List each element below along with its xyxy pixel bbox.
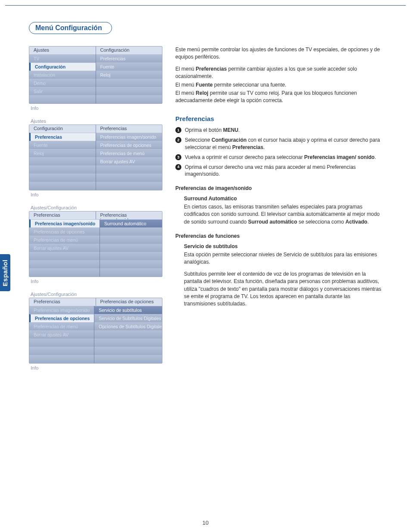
- menu3-breadcrumb: Ajustes/Configuración: [29, 205, 162, 210]
- menu1-head-right: Configuración: [96, 47, 162, 54]
- menu-item: [96, 79, 162, 87]
- menu-item: [29, 182, 96, 190]
- menu-item: Fuente: [29, 141, 96, 149]
- menu-item: Preferencias de menú: [29, 236, 100, 244]
- reloj-menu-desc: El menú Reloj permite usar su TV como re…: [175, 90, 382, 105]
- menu-item: [29, 252, 100, 260]
- step-2: 2 Seleccione Configuración con el cursor…: [175, 137, 382, 151]
- menu-item: Preferencias de opciones: [96, 141, 162, 149]
- menu1-head-left: Ajustes: [29, 47, 96, 54]
- right-column-text: Este menú permite controlar los ajustes …: [175, 46, 382, 378]
- menu4-head-left: Preferencias: [29, 298, 96, 306]
- menu-item: [29, 339, 94, 347]
- menu2-caption: Info: [31, 192, 162, 197]
- menu3-head-left: Preferencias: [29, 212, 96, 219]
- menu-screenshot-4: Preferencias Preferencias de opciones Pr…: [29, 298, 162, 364]
- subtitulos-heading: Servicio de subtítulos: [184, 243, 382, 250]
- menu-item: [100, 236, 162, 244]
- menu-item: Borrar ajustes AV: [29, 330, 94, 339]
- menu-item: TV: [29, 54, 96, 62]
- menu-item: [96, 174, 162, 182]
- menu-item: Preferencias de menú: [96, 149, 162, 157]
- menu-screenshot-3: Preferencias Preferencias imagen/sonido …: [29, 211, 162, 277]
- step-number-icon: 3: [175, 154, 181, 160]
- menu-item: Preferencias imagen/sonido: [29, 306, 94, 314]
- section-title-pill: Menú Configuración: [29, 22, 112, 34]
- subtitulos-paragraph-1: Esta opción permite seleccionar niveles …: [184, 251, 382, 266]
- menu-item: [94, 330, 162, 339]
- step-3: 3 Vuelva a oprimir el cursor derecho par…: [175, 154, 382, 161]
- menu-item: [94, 355, 162, 363]
- section-title: Menú Configuración: [35, 24, 102, 32]
- menu-screenshot-1: Ajustes Configuración TV Configuración I…: [29, 46, 162, 104]
- menu-item: Reloj: [29, 149, 96, 157]
- page-number: 10: [0, 520, 411, 526]
- menu-item-selected: Preferencias de opciones: [29, 314, 94, 322]
- menu2-head-right: Preferencias: [96, 125, 162, 133]
- menu-item-selected: Preferencias: [29, 133, 96, 141]
- menu1-caption: Info: [31, 106, 162, 111]
- step-1: 1 Oprima el botón MENU.: [175, 127, 382, 134]
- menu-item: [94, 339, 162, 347]
- menu-screenshot-2: Configuración Preferencias Preferencias …: [29, 124, 162, 190]
- menu4-head-right: Preferencias de opciones: [96, 298, 162, 306]
- menu-item: [96, 165, 162, 174]
- menu-item: Preferencias: [96, 54, 162, 62]
- menu-item: [96, 95, 162, 103]
- menu-item: Instalación: [29, 71, 96, 79]
- step-number-icon: 1: [175, 127, 181, 133]
- fuente-menu-desc: El menú Fuente permite seleccionar una f…: [175, 81, 382, 89]
- language-side-tab: Español: [0, 254, 10, 291]
- menu-item: Servicio de Subtítulos Digitales: [94, 314, 162, 322]
- menu-item: [94, 347, 162, 355]
- menu-item: [96, 87, 162, 95]
- menu-item: Fuente: [96, 62, 162, 71]
- step-number-icon: 2: [175, 137, 181, 143]
- menu-item: [29, 157, 96, 165]
- left-column-screenshots: Ajustes Configuración TV Configuración I…: [29, 46, 162, 378]
- preferencias-heading: Preferencias: [175, 114, 382, 124]
- surround-heading: Surround Automático: [184, 195, 382, 202]
- menu-item-highlighted: Servicio de subtítulos: [94, 306, 162, 314]
- menu2-head-left: Configuración: [29, 125, 96, 133]
- menu-item: [29, 165, 96, 174]
- menu3-caption: Info: [31, 279, 162, 284]
- menu-item: Salir: [29, 87, 96, 95]
- step-number-icon: 4: [175, 164, 181, 170]
- menu-item: Opciones de Subtítulos Digitales: [94, 322, 162, 330]
- menu-item: [100, 244, 162, 252]
- menu-item: Preferencias de menú: [29, 322, 94, 330]
- menu2-breadcrumb: Ajustes: [29, 118, 162, 124]
- menu-item: Preferencias imagen/sonido: [96, 133, 162, 141]
- menu-item: [96, 182, 162, 190]
- preferencias-menu-desc: El menú Preferencias permite cambiar aju…: [175, 65, 382, 81]
- menu-item: [100, 227, 162, 236]
- menu-item: Preferencias de opciones: [29, 227, 100, 236]
- menu-item: Borrar ajustes AV: [29, 244, 100, 252]
- menu-item: Demo: [29, 79, 96, 87]
- menu1-right-pane: Preferencias Fuente Reloj: [96, 54, 162, 103]
- intro-paragraph: Este menú permite controlar los ajustes …: [175, 46, 382, 61]
- menu-item-selected: Configuración: [29, 62, 96, 71]
- menu-item: [29, 347, 94, 355]
- menu-item: [29, 95, 96, 103]
- menu4-caption: Info: [31, 365, 162, 370]
- menu-item: [29, 174, 96, 182]
- step-4: 4 Oprima el cursor derecho una vez más p…: [175, 164, 382, 178]
- menu-item: [29, 268, 100, 277]
- menu4-breadcrumb: Ajustes/Configuración: [29, 292, 162, 297]
- subtitulos-paragraph-2: Subtítulos permite leer el contenido de …: [184, 271, 382, 308]
- menu-item: Reloj: [96, 71, 162, 79]
- language-side-tab-label: Español: [2, 259, 9, 286]
- menu-item: [29, 355, 94, 363]
- steps-list: 1 Oprima el botón MENU. 2 Seleccione Con…: [175, 127, 382, 178]
- menu-item: [100, 252, 162, 260]
- menu-item: [100, 260, 162, 268]
- menu1-left-pane: TV Configuración Instalación Demo Salir: [29, 54, 96, 103]
- menu3-head-right: Preferencias imagen/sonido: [96, 212, 162, 219]
- menu-item: Borrar ajustes AV: [96, 157, 162, 165]
- menu-item-selected: Preferencias imagen/sonido: [29, 219, 100, 227]
- menu-item: [100, 268, 162, 277]
- imagen-sonido-heading: Preferencias de imagen/sonido: [175, 185, 382, 192]
- surround-paragraph: En ciertos casos, las emisoras transmite…: [184, 203, 382, 226]
